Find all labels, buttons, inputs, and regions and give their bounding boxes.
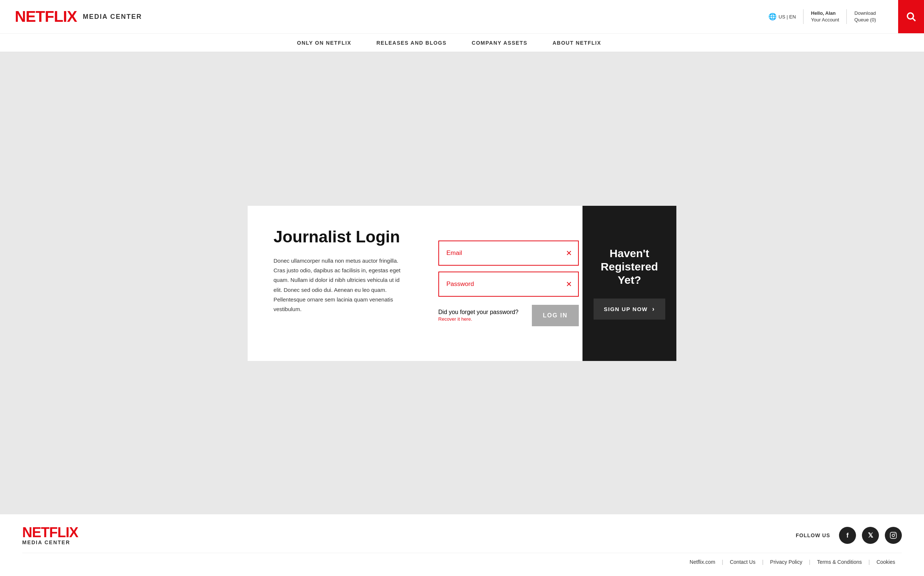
instagram-icon[interactable] <box>885 527 902 544</box>
search-icon <box>906 11 916 22</box>
footer-link-terms-conditions[interactable]: Terms & Conditions <box>810 559 868 565</box>
footer-link-netflix-com[interactable]: Netflix.com <box>690 559 722 565</box>
queue-label: Queue (0) <box>854 17 876 23</box>
svg-point-3 <box>892 534 895 537</box>
footer-link-privacy-policy[interactable]: Privacy Policy <box>764 559 809 565</box>
login-title: Journalist Login <box>274 228 409 246</box>
signup-button[interactable]: SIGN UP NOW › <box>594 299 665 320</box>
footer-link-cookies[interactable]: Cookies <box>870 559 902 565</box>
account-label: Your Account <box>811 17 839 23</box>
svg-point-0 <box>907 13 913 19</box>
footer: NETFLIX MEDIA CENTER FOLLOW US f 𝕏 Netfl… <box>0 514 924 576</box>
email-input[interactable] <box>438 240 579 266</box>
password-clear-icon[interactable]: ✕ <box>566 280 572 288</box>
chevron-right-icon: › <box>652 305 655 313</box>
signup-button-label: SIGN UP NOW <box>604 306 648 312</box>
login-description: Donec ullamcorper nulla non metus auctor… <box>274 256 407 314</box>
header-right: 🌐 US | EN Hello, Alan Your Account Downl… <box>769 9 909 24</box>
nav-only-on-netflix[interactable]: ONLY ON NETFLIX <box>296 34 353 52</box>
user-area[interactable]: Hello, Alan Your Account <box>811 10 839 23</box>
svg-rect-2 <box>890 533 897 539</box>
footer-netflix-logo: NETFLIX <box>22 525 78 539</box>
password-input[interactable] <box>438 272 579 297</box>
svg-point-4 <box>895 533 895 534</box>
header-divider <box>803 9 804 24</box>
footer-top: NETFLIX MEDIA CENTER FOLLOW US f 𝕏 <box>22 525 902 546</box>
footer-links: Netflix.com | Contact Us | Privacy Polic… <box>22 553 902 565</box>
follow-us-label: FOLLOW US <box>796 533 830 538</box>
footer-media-center: MEDIA CENTER <box>22 539 78 546</box>
password-field-wrapper: ✕ <box>438 272 579 297</box>
register-panel: Haven't Registered Yet? SIGN UP NOW › <box>583 206 676 361</box>
recover-link[interactable]: Recover it here. <box>438 316 472 322</box>
footer-link-contact-us[interactable]: Contact Us <box>723 559 762 565</box>
locale-area[interactable]: 🌐 US | EN <box>769 13 796 21</box>
facebook-icon[interactable]: f <box>839 527 856 544</box>
download-label: Download <box>854 10 876 17</box>
download-area[interactable]: Download Queue (0) <box>854 10 876 23</box>
forgot-password-row: Did you forget your password? Recover it… <box>438 305 579 326</box>
nav-company-assets[interactable]: COMPANY ASSETS <box>470 34 529 52</box>
forgot-password-area: Did you forget your password? Recover it… <box>438 309 519 322</box>
register-title: Haven't Registered Yet? <box>594 247 665 287</box>
search-button[interactable] <box>898 0 924 33</box>
forgot-text: Did you forget your password? <box>438 309 519 315</box>
email-clear-icon[interactable]: ✕ <box>566 249 572 258</box>
main-nav: ONLY ON NETFLIX RELEASES AND BLOGS COMPA… <box>0 33 924 52</box>
footer-social: FOLLOW US f 𝕏 <box>796 527 902 544</box>
globe-icon: 🌐 <box>769 13 777 21</box>
footer-logo: NETFLIX MEDIA CENTER <box>22 525 78 546</box>
login-left-panel: Journalist Login Donec ullamcorper nulla… <box>248 206 431 361</box>
nav-releases-and-blogs[interactable]: RELEASES AND BLOGS <box>375 34 448 52</box>
header-divider-2 <box>846 9 847 24</box>
main-content: Journalist Login Donec ullamcorper nulla… <box>0 52 924 514</box>
svg-line-1 <box>913 18 916 21</box>
login-form: ✕ ✕ Did you forget your password? Recove… <box>431 206 583 361</box>
locale-text: US | EN <box>779 14 796 19</box>
media-center-label: MEDIA CENTER <box>83 13 142 21</box>
login-card: Journalist Login Donec ullamcorper nulla… <box>248 206 676 361</box>
email-field-wrapper: ✕ <box>438 240 579 266</box>
login-button[interactable]: LOG IN <box>532 305 579 326</box>
nav-about-netflix[interactable]: ABOUT NETFLIX <box>551 34 603 52</box>
netflix-logo: NETFLIX <box>15 9 77 24</box>
twitter-icon[interactable]: 𝕏 <box>862 527 879 544</box>
greeting-text: Hello, Alan <box>811 10 839 17</box>
header-left: NETFLIX MEDIA CENTER <box>15 9 142 24</box>
